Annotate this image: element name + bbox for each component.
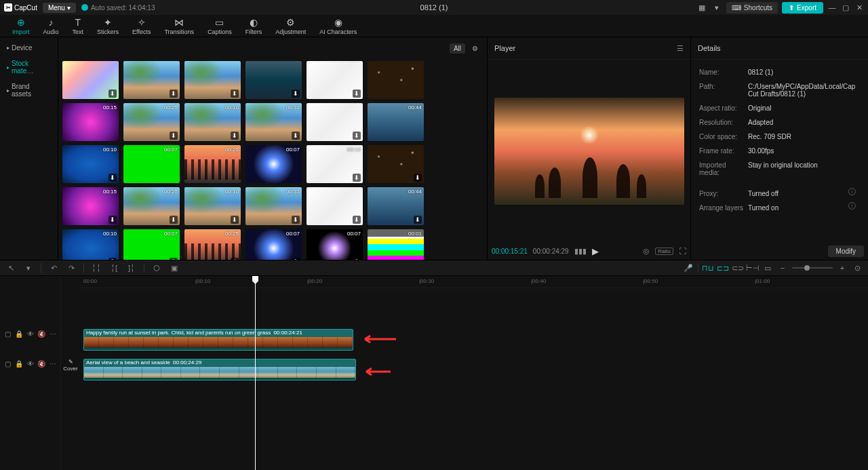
tab-import[interactable]: ⊕Import: [5, 16, 37, 37]
media-thumbnail[interactable]: ⬇: [62, 61, 119, 99]
mic-icon[interactable]: 🎤: [683, 262, 694, 273]
download-icon[interactable]: ⬇: [353, 132, 361, 140]
volume-icon[interactable]: ▮▮▮: [574, 247, 587, 256]
fullscreen-icon[interactable]: ⛶: [679, 247, 686, 255]
info-icon[interactable]: i: [848, 188, 856, 195]
download-icon[interactable]: ⬇: [353, 216, 361, 224]
align-tool[interactable]: ⊢⊣: [747, 262, 758, 273]
media-thumbnail[interactable]: ⬇: [245, 61, 302, 99]
close-button[interactable]: ✕: [854, 3, 864, 12]
media-thumbnail[interactable]: 00:31⬇: [245, 187, 302, 225]
sidebar-item-brandassets[interactable]: ▸Brand assets: [0, 79, 58, 102]
timeline-clip-2[interactable]: Aerial view of a beach and seaside 00:00…: [83, 359, 356, 380]
media-thumbnail[interactable]: 00:25: [184, 145, 241, 183]
more-icon[interactable]: ⋯: [49, 330, 56, 338]
download-icon[interactable]: ⬇: [231, 90, 239, 98]
tab-ai-characters[interactable]: ◉AI Characters: [313, 16, 363, 37]
crop-tool[interactable]: ▣: [169, 262, 180, 273]
download-icon[interactable]: ⬇: [108, 174, 117, 182]
tab-adjustment[interactable]: ⚙Adjustment: [269, 16, 313, 37]
timeline-ruler[interactable]: 00:00|00:10|00:20|00:30|00:40|00:50|01:0…: [80, 276, 868, 288]
download-icon[interactable]: ⬇: [292, 216, 300, 224]
split-tool[interactable]: ╎╎: [91, 262, 102, 273]
tab-effects[interactable]: ✧Effects: [125, 16, 157, 37]
media-thumbnail[interactable]: 00:15: [62, 103, 119, 141]
media-thumbnail[interactable]: 00:10⬇: [62, 229, 119, 260]
zoom-in-icon[interactable]: +: [837, 262, 848, 273]
download-icon[interactable]: ⬇: [353, 90, 361, 98]
zoom-out-icon[interactable]: −: [777, 262, 788, 273]
media-thumbnail[interactable]: ⬇: [307, 61, 363, 99]
media-thumbnail[interactable]: 00:12⬇: [307, 145, 363, 183]
media-thumbnail[interactable]: 00:07⬇: [245, 229, 302, 260]
split-right-tool[interactable]: ]╎: [126, 262, 137, 273]
shortcuts-button[interactable]: ⌨ Shortcuts: [726, 2, 778, 14]
media-thumbnail[interactable]: 00:44: [368, 103, 424, 141]
minimize-button[interactable]: —: [827, 3, 837, 12]
download-icon[interactable]: ⬇: [231, 216, 239, 224]
split-left-tool[interactable]: ╎[: [108, 262, 119, 273]
download-icon[interactable]: ⬇: [414, 216, 422, 224]
media-thumbnail[interactable]: 00:10⬇: [184, 187, 241, 225]
download-icon[interactable]: ⬇: [231, 258, 239, 260]
download-icon[interactable]: ⬇: [170, 216, 178, 224]
media-thumbnail[interactable]: 00:10⬇: [62, 145, 119, 183]
snap-tool[interactable]: ⊂⊃: [732, 262, 743, 273]
crop-icon[interactable]: ◎: [643, 247, 650, 256]
play-button[interactable]: ▶: [592, 246, 599, 256]
link-tool[interactable]: ⊏⊐: [717, 262, 728, 273]
download-icon[interactable]: ⬇: [170, 132, 178, 140]
marker-tool[interactable]: ⬡: [151, 262, 162, 273]
zoom-slider[interactable]: [792, 267, 833, 269]
media-thumbnail[interactable]: 00:31⬇: [245, 103, 302, 141]
preview-viewport[interactable]: [494, 98, 684, 205]
download-icon[interactable]: ⬇: [170, 258, 178, 260]
media-thumbnail[interactable]: 00:25⬇: [123, 103, 180, 141]
track-toggle-icon[interactable]: ▢: [4, 359, 12, 368]
media-thumbnail[interactable]: 00:15⬇: [62, 187, 119, 225]
lock-icon[interactable]: 🔒: [15, 330, 23, 338]
download-icon[interactable]: ⬇: [353, 174, 361, 182]
eye-icon[interactable]: 👁: [26, 330, 34, 338]
redo-button[interactable]: ↷: [66, 262, 77, 273]
more-icon[interactable]: ⋯: [49, 359, 56, 368]
tab-filters[interactable]: ◐Filters: [239, 16, 269, 37]
download-icon[interactable]: ⬇: [108, 90, 117, 98]
media-thumbnail[interactable]: 00:07: [245, 145, 302, 183]
modify-button[interactable]: Modify: [828, 246, 864, 257]
preview-tool[interactable]: ▭: [762, 262, 773, 273]
lock-icon[interactable]: 🔒: [15, 359, 23, 368]
sidebar-item-device[interactable]: ▸Device: [0, 40, 58, 56]
download-icon[interactable]: ⬇: [170, 90, 178, 98]
ratio-button[interactable]: Ratio: [655, 248, 673, 255]
playhead[interactable]: [255, 276, 256, 470]
media-thumbnail[interactable]: 00:07⬇: [123, 229, 180, 260]
timeline-clip-1[interactable]: Happy family run at sunset in park. Chil…: [83, 329, 353, 351]
zoom-fit-icon[interactable]: ⊙: [852, 262, 863, 273]
tab-transitions[interactable]: ⋈Transitions: [157, 16, 201, 37]
media-grid[interactable]: ⬇⬇⬇⬇⬇00:1500:25⬇00:10⬇00:31⬇⬇00:4400:10⬇…: [58, 60, 487, 260]
tab-text[interactable]: TText: [66, 16, 91, 37]
tab-audio[interactable]: ♪Audio: [37, 16, 66, 37]
download-icon[interactable]: ⬇: [292, 258, 300, 260]
tab-stickers[interactable]: ✦Stickers: [90, 16, 125, 37]
eye-icon[interactable]: 👁: [26, 359, 34, 368]
cover-button[interactable]: ✎ Cover: [61, 359, 80, 372]
download-icon[interactable]: ⬇: [292, 132, 300, 140]
undo-button[interactable]: ↶: [48, 262, 59, 273]
download-icon[interactable]: ⬇: [231, 132, 239, 140]
layout-icon[interactable]: ▦: [696, 2, 707, 13]
media-thumbnail[interactable]: 00:01: [368, 229, 424, 260]
media-thumbnail[interactable]: [368, 61, 424, 99]
mute-icon[interactable]: 🔇: [37, 330, 45, 338]
download-icon[interactable]: ⬇: [292, 90, 300, 98]
pointer-tool[interactable]: ↖: [5, 262, 16, 273]
media-thumbnail[interactable]: 00:25⬇: [123, 187, 180, 225]
download-icon[interactable]: ⬇: [414, 174, 422, 182]
magnet-tool[interactable]: ⊓⊔: [703, 262, 713, 273]
media-thumbnail[interactable]: 00:25⬇: [184, 229, 241, 260]
sidebar-item-stockmate[interactable]: ▸Stock mate…: [0, 56, 58, 79]
media-thumbnail[interactable]: 00:44⬇: [368, 187, 424, 225]
menu-button[interactable]: Menu ▾: [43, 3, 76, 13]
maximize-button[interactable]: ▢: [841, 3, 850, 12]
